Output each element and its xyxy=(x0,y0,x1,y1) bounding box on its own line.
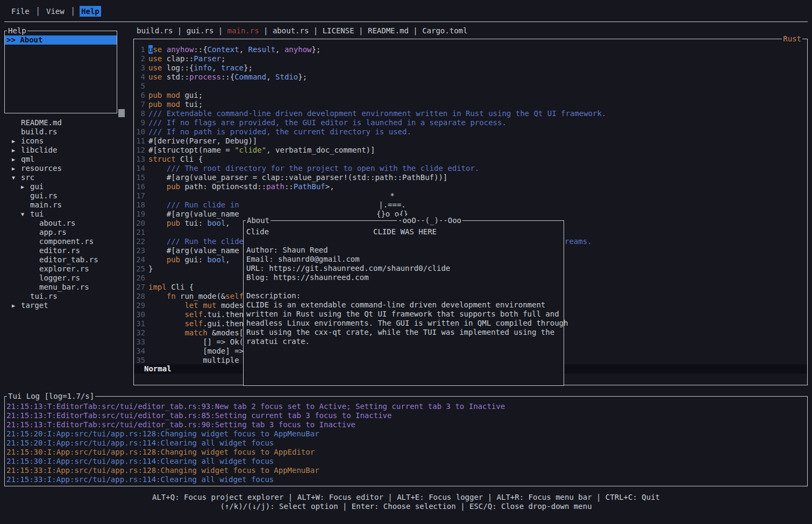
line-number: 20 xyxy=(134,219,145,228)
explorer-item-gui[interactable]: ▶gui xyxy=(4,182,129,191)
about-popup: *|.===.{}o o{} About -ooO--(_)--Ooo Clid… xyxy=(243,190,564,387)
explorer-item-gui-rs[interactable]: gui.rs xyxy=(4,191,129,200)
explorer-item-qml[interactable]: ▶qml xyxy=(4,155,129,164)
explorer-item-label: gui xyxy=(30,182,44,191)
line-number: 33 xyxy=(134,338,145,347)
code-fragment-right: reams. xyxy=(565,237,592,246)
explorer-item-label: qml xyxy=(21,155,34,164)
tab-build-rs[interactable]: build.rs xyxy=(137,26,173,35)
about-text-line: CLIDE is an extendable command-line driv… xyxy=(246,300,564,310)
footer-shortcuts-line2: (↑/k)/(↓/j): Select option | Enter: Choo… xyxy=(0,502,812,511)
explorer-item-main-rs[interactable]: main.rs xyxy=(4,200,129,210)
code-line[interactable]: 7pub mod tui; xyxy=(134,100,807,109)
about-dialog-decoration: -ooO--(_)--Ooo xyxy=(397,216,462,225)
tui-log-title: Tui Log [log=1.7/s] xyxy=(7,392,95,401)
code-line[interactable]: 14 /// The root directory for the projec… xyxy=(134,164,807,173)
tab-separator: | xyxy=(173,26,186,35)
help-dropdown-item[interactable]: >> About xyxy=(5,35,117,45)
menu-item-file[interactable]: File xyxy=(10,6,31,17)
explorer-item-label: icons xyxy=(21,137,44,146)
tui-log-panel[interactable]: Tui Log [log=1.7/s] 21:15:13:T:EditorTab… xyxy=(4,396,808,486)
explorer-item-label: src xyxy=(21,173,34,182)
about-text-line: URL: https://git.shaunreed.com/shaunrd0/… xyxy=(246,264,564,273)
tab-separator: | xyxy=(213,26,227,35)
explorer-item-about-rs[interactable]: about.rs xyxy=(4,219,129,228)
menubar-divider xyxy=(4,21,808,22)
explorer-item-resources[interactable]: ▶resources xyxy=(4,164,129,173)
code-line[interactable]: 2use clap::Parser; xyxy=(134,54,807,63)
line-number: 32 xyxy=(134,328,145,338)
explorer-item-build-rs[interactable]: build.rs xyxy=(4,127,129,137)
explorer-item-libclide[interactable]: ▶libclide xyxy=(4,146,129,155)
code-text: pub gui: bool, xyxy=(148,255,230,264)
tab-separator: | xyxy=(309,26,322,35)
code-line[interactable]: 8/// Extendable command-line driven deve… xyxy=(134,109,807,118)
explorer-item-explorer-rs[interactable]: explorer.rs xyxy=(4,264,129,274)
explorer-item-editor-rs[interactable]: editor.rs xyxy=(4,246,129,255)
tab-about-rs[interactable]: about.rs xyxy=(273,26,309,35)
footer: ALT+Q: Focus project explorer | ALT+W: F… xyxy=(0,493,812,511)
code-text: [] => Ok(R xyxy=(148,338,248,347)
tab-main-rs[interactable]: main.rs xyxy=(227,26,259,35)
code-line[interactable]: 5 xyxy=(134,82,807,91)
log-line: 21:15:33:I:App:src/tui/app.rs:128:Changi… xyxy=(6,466,807,475)
code-line[interactable]: 6pub mod gui; xyxy=(134,91,807,100)
explorer-item-label: component.rs xyxy=(39,237,94,246)
explorer-item-target[interactable]: ▶target xyxy=(4,301,129,310)
line-number: 16 xyxy=(134,182,145,191)
line-number: 15 xyxy=(134,173,145,182)
explorer-item-icons[interactable]: ▶icons xyxy=(4,137,129,146)
explorer-item-tui[interactable]: ▼tui xyxy=(4,210,129,219)
code-text: impl Cli { xyxy=(148,283,194,292)
menu-item-view[interactable]: View xyxy=(45,6,66,17)
about-text-line: Blog: https://shaunreed.com xyxy=(246,273,564,282)
code-line[interactable]: 12#[structopt(name = "clide", verbatim_d… xyxy=(134,146,807,155)
code-line[interactable]: 3use log::{info, trace}; xyxy=(134,63,807,73)
code-text: struct Cli { xyxy=(148,155,203,164)
explorer-item-logger-rs[interactable]: logger.rs xyxy=(4,274,129,283)
tab-license[interactable]: LICENSE xyxy=(323,26,354,35)
code-line[interactable]: 11#[derive(Parser, Debug)] xyxy=(134,137,807,146)
code-line[interactable]: 15 #[arg(value_parser = clap::value_pars… xyxy=(134,173,807,182)
explorer-item-tui-rs[interactable]: tui.rs xyxy=(4,292,129,301)
line-number: 14 xyxy=(134,164,145,173)
code-line[interactable]: 10/// If no path is provided, the curren… xyxy=(134,127,807,137)
menu-item-help[interactable]: Help xyxy=(80,6,101,17)
explorer-item-src[interactable]: ▼src xyxy=(4,173,129,182)
explorer-item-label: app.rs xyxy=(39,228,67,237)
line-number: 4 xyxy=(134,73,145,82)
about-dialog-title: About xyxy=(246,216,270,225)
code-line[interactable]: 13struct Cli { xyxy=(134,155,807,164)
explorer-item-label: main.rs xyxy=(30,200,62,210)
explorer-item-label: tui xyxy=(30,210,44,219)
explorer-item-menu-bar-rs[interactable]: menu_bar.rs xyxy=(4,283,129,292)
code-text: /// Extendable command-line driven devel… xyxy=(148,109,606,118)
explorer-item-editor-tab-rs[interactable]: editor_tab.rs xyxy=(4,255,129,264)
tab-cargo-toml[interactable]: Cargo.toml xyxy=(422,26,467,35)
log-line: 21:15:13:T:EditorTab:src/tui/editor_tab.… xyxy=(6,411,807,420)
tab-gui-rs[interactable]: gui.rs xyxy=(187,26,214,35)
log-line: 21:15:33:I:App:src/tui/app.rs:114:Cleari… xyxy=(6,475,807,484)
tab-readme-md[interactable]: README.md xyxy=(368,26,409,35)
code-line[interactable]: 4use std::process::{Command, Stdio}; xyxy=(134,73,807,82)
code-text: pub tui: bool, xyxy=(148,219,230,228)
explorer-item-label: editor.rs xyxy=(39,246,80,255)
explorer-item-component-rs[interactable]: component.rs xyxy=(4,237,129,246)
menu-bar[interactable]: File │ View │ Help xyxy=(10,7,101,19)
explorer-item-readme-md[interactable]: README.md xyxy=(4,118,129,127)
tab-separator: | xyxy=(409,26,422,35)
code-text: #[arg(value_name = xyxy=(148,246,253,255)
code-text: #[derive(Parser, Debug)] xyxy=(148,137,257,146)
log-line: 21:15:30:I:App:src/tui/app.rs:114:Cleari… xyxy=(6,457,807,466)
folder-toggle-icon: ▶ xyxy=(21,182,30,191)
code-line[interactable]: 1use anyhow::{Context, Result, anyhow}; xyxy=(134,45,807,54)
code-text: use clap::Parser; xyxy=(148,54,225,63)
ascii-art: *|.===.{}o o{} xyxy=(243,190,542,219)
code-line[interactable]: 9/// If no flags are provided, the GUI e… xyxy=(134,118,807,127)
code-text: self.gui.then( xyxy=(148,319,248,328)
help-dropdown-title: Help xyxy=(7,26,27,35)
tab-separator: | xyxy=(354,26,368,35)
scrollbar-thumb[interactable] xyxy=(118,109,125,117)
explorer-item-app-rs[interactable]: app.rs xyxy=(4,228,129,237)
line-number: 35 xyxy=(134,356,145,365)
